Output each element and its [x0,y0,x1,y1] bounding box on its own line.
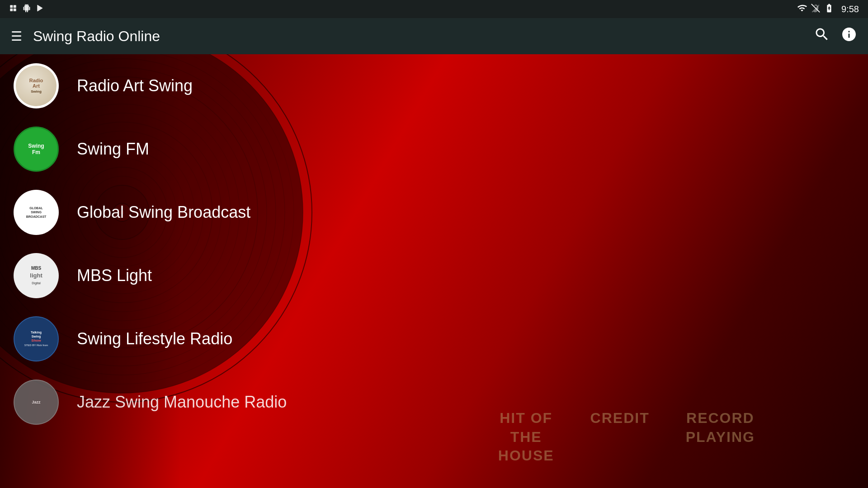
android-icon [23,4,31,14]
logo-inner: RadioArt Swing [16,66,57,106]
app-bar: ☰ Swing Radio Online [0,18,868,54]
station-logo-jazz-swing-manouche-radio: Jazz [14,380,59,425]
station-logo-global-swing-broadcast: GLOBALSWINGBROADCAST [14,190,59,235]
status-right-icons: 9:58 [797,3,859,15]
station-name-swing-lifestyle-radio: Swing Lifestyle Radio [77,329,232,348]
station-logo-swing-fm: SwingFm [14,127,59,172]
logo-text-mbs-light: MBSlightDigital [30,265,42,286]
signal-icon [811,3,821,15]
gallery-icon [9,4,17,14]
menu-icon[interactable]: ☰ [11,29,22,44]
station-name-radio-art-swing: Radio Art Swing [77,76,193,95]
station-item-mbs-light[interactable]: MBSlightDigital MBS Light [0,244,868,307]
station-item-jazz-swing-manouche-radio[interactable]: Jazz Jazz Swing Manouche Radio [0,371,868,434]
station-list-content: RadioArt Swing Radio Art Swing SwingFm S… [0,54,868,488]
station-item-radio-art-swing[interactable]: RadioArt Swing Radio Art Swing [0,54,868,117]
battery-icon [824,3,834,15]
svg-rect-1 [14,5,16,8]
station-item-global-swing-broadcast[interactable]: GLOBALSWINGBROADCAST Global Swing Broadc… [0,181,868,244]
station-name-global-swing-broadcast: Global Swing Broadcast [77,203,250,222]
station-logo-radio-art-swing: RadioArt Swing [14,63,59,108]
app-bar-actions [814,26,857,46]
svg-rect-0 [10,5,13,8]
station-name-swing-fm: Swing FM [77,140,149,159]
station-item-swing-fm[interactable]: SwingFm Swing FM [0,117,868,181]
logo-text-global-swing: GLOBALSWINGBROADCAST [24,204,48,220]
station-name-mbs-light: MBS Light [77,266,152,285]
status-time: 9:58 [841,4,859,14]
station-list: RadioArt Swing Radio Art Swing SwingFm S… [0,54,868,434]
logo-text-radio-art: RadioArt [29,78,43,89]
logo-text-jazz-swing: Jazz [32,400,40,404]
svg-rect-3 [14,9,16,11]
station-logo-mbs-light: MBSlightDigital [14,253,59,298]
info-icon[interactable] [841,26,857,46]
wifi-icon [797,3,807,15]
status-bar: 9:58 [0,0,868,18]
station-logo-swing-lifestyle-radio: TalkingSwingShowSTED BY Rick from [14,316,59,361]
status-left-icons [9,0,44,18]
station-item-swing-lifestyle-radio[interactable]: TalkingSwingShowSTED BY Rick from Swing … [0,307,868,371]
logo-text-swing-lifestyle: TalkingSwingShowSTED BY Rick from [23,328,50,349]
svg-rect-2 [10,9,13,11]
logo-text-swing-fm: SwingFm [28,143,44,156]
play-store-icon [36,4,44,14]
app-title: Swing Radio Online [33,28,814,45]
search-icon[interactable] [814,26,830,46]
station-name-jazz-swing-manouche-radio: Jazz Swing Manouche Radio [77,393,287,412]
